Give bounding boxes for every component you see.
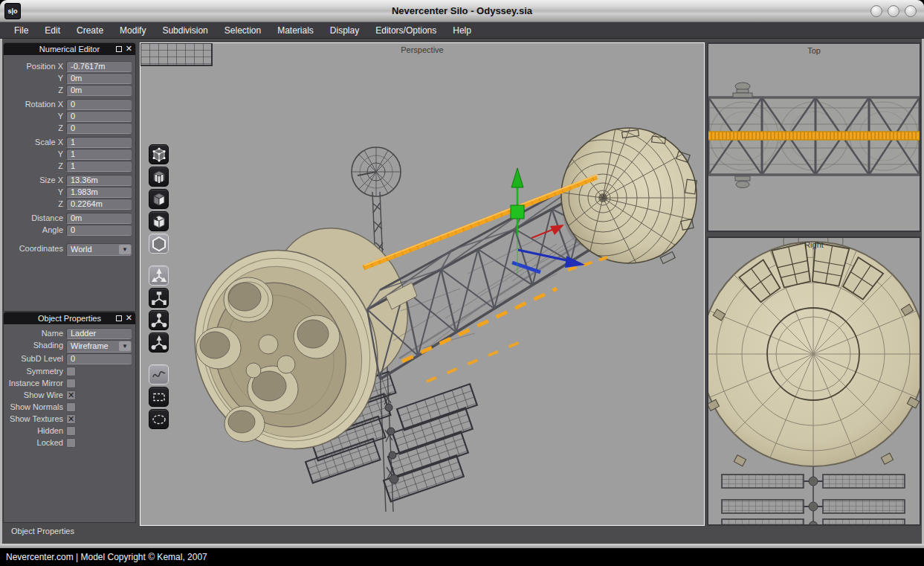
field-label: SubD Level xyxy=(4,353,63,364)
vertex-mode-button[interactable] xyxy=(149,144,169,164)
menu-help[interactable]: Help xyxy=(445,22,479,39)
window-maximize-button[interactable] xyxy=(888,5,899,17)
perspective-viewport-label: Perspective xyxy=(140,45,704,54)
field-label: Shading xyxy=(4,340,63,351)
object-mode-button[interactable] xyxy=(149,211,169,231)
angle-field[interactable]: 0 xyxy=(66,225,132,236)
rotation-z-field[interactable]: 0 xyxy=(66,123,132,134)
field-label: Distance xyxy=(4,213,63,224)
multi-select-mode-button[interactable] xyxy=(149,234,169,254)
y-axis-arrow[interactable] xyxy=(511,168,523,187)
field-label: Y xyxy=(4,111,63,122)
field-label: Hidden xyxy=(4,425,63,437)
field-label: Rotation X xyxy=(4,99,63,110)
rect-marquee-icon xyxy=(151,389,167,405)
field-label: Z xyxy=(4,161,63,172)
size-y-field[interactable]: 1.983m xyxy=(66,187,132,198)
panel-minimize-icon[interactable] xyxy=(116,315,122,321)
menu-create[interactable]: Create xyxy=(68,22,112,39)
top-view-ladder[interactable] xyxy=(708,132,920,140)
menu-editors-options[interactable]: Editors/Options xyxy=(367,22,445,39)
panel-close-icon[interactable]: ✕ xyxy=(126,314,132,322)
size-z-field[interactable]: 0.2264m xyxy=(66,199,132,210)
distance-field[interactable]: 0m xyxy=(66,213,132,224)
rotation-y-field[interactable]: 0 xyxy=(66,111,132,122)
move-tool-button[interactable] xyxy=(149,266,169,286)
perspective-viewport[interactable]: Perspective xyxy=(140,42,705,526)
position-y-field[interactable]: 0m xyxy=(66,73,132,84)
position-x-field[interactable]: -0.7617m xyxy=(66,61,132,72)
ellipse-marquee-icon xyxy=(151,411,167,428)
instance-mirror-checkbox[interactable] xyxy=(66,379,76,388)
menu-file[interactable]: File xyxy=(6,22,36,39)
window-minimize-button[interactable] xyxy=(870,5,882,17)
workspace: Numerical Editor ✕ Position X-0.7617m Y0… xyxy=(0,39,924,544)
show-normals-checkbox[interactable] xyxy=(66,402,76,412)
scale-x-field[interactable]: 1 xyxy=(66,137,132,148)
lasso-select-button[interactable] xyxy=(149,364,169,385)
subd-level-field[interactable]: 0 xyxy=(66,353,132,364)
status-bar: Object Properties xyxy=(11,527,74,536)
menu-bar: File Edit Create Modify Subdivision Sele… xyxy=(0,22,924,39)
field-label: Z xyxy=(4,85,63,96)
hidden-checkbox[interactable] xyxy=(66,426,76,436)
right-viewport[interactable]: Right xyxy=(707,237,921,526)
field-label: Z xyxy=(4,199,63,210)
title-bar[interactable]: s|o Nevercenter Silo - Odyssey.sia xyxy=(0,0,924,22)
vertex-cube-icon xyxy=(151,147,167,163)
field-label: Position X xyxy=(4,61,63,72)
field-label: Y xyxy=(4,73,63,84)
shading-dropdown[interactable]: Wireframe▼ xyxy=(66,340,132,353)
position-z-field[interactable]: 0m xyxy=(66,85,132,96)
symmetry-checkbox[interactable] xyxy=(66,367,76,376)
scale-tool-button[interactable] xyxy=(149,310,169,330)
window-title: Nevercenter Silo - Odyssey.sia xyxy=(0,5,924,16)
rect-select-button[interactable] xyxy=(149,387,169,407)
panel-title: Numerical Editor xyxy=(39,45,100,54)
menu-display[interactable]: Display xyxy=(322,22,367,39)
panel-minimize-icon[interactable] xyxy=(116,46,122,52)
menu-materials[interactable]: Materials xyxy=(269,22,322,39)
scale-y-field[interactable]: 1 xyxy=(66,149,132,160)
rotation-x-field[interactable]: 0 xyxy=(66,99,132,110)
field-label: Show Wire xyxy=(4,390,63,401)
panel-title: Object Properties xyxy=(38,314,101,323)
object-properties-header[interactable]: Object Properties ✕ xyxy=(4,312,135,324)
window-close-button[interactable] xyxy=(905,5,917,17)
numerical-editor-panel: Numerical Editor ✕ Position X-0.7617m Y0… xyxy=(3,42,136,312)
edge-mode-button[interactable] xyxy=(149,167,169,187)
coordinates-dropdown[interactable]: World▼ xyxy=(66,243,132,256)
face-cube-icon xyxy=(151,191,167,208)
field-label: Symmetry xyxy=(4,366,63,377)
locked-checkbox[interactable] xyxy=(66,438,76,448)
field-label: Name xyxy=(4,328,63,339)
field-label: Angle xyxy=(4,225,63,236)
field-label: Y xyxy=(4,149,63,160)
scale-z-field[interactable]: 1 xyxy=(66,161,132,172)
tool-column xyxy=(149,144,169,431)
show-wire-checkbox[interactable]: ✕ xyxy=(66,390,76,400)
menu-selection[interactable]: Selection xyxy=(216,22,269,39)
scale-manipulator-icon xyxy=(151,312,167,329)
show-textures-checkbox[interactable]: ✕ xyxy=(66,414,76,424)
menu-edit[interactable]: Edit xyxy=(36,22,68,39)
panel-close-icon[interactable]: ✕ xyxy=(126,45,132,53)
universal-manipulator-button[interactable] xyxy=(149,332,169,353)
manipulator-handle[interactable] xyxy=(511,205,524,219)
ellipse-select-button[interactable] xyxy=(149,409,169,429)
numerical-editor-header[interactable]: Numerical Editor ✕ xyxy=(4,43,135,55)
right-viewport-label: Right xyxy=(708,240,920,249)
universal-manipulator-icon xyxy=(151,335,167,351)
spaceship-model xyxy=(140,43,705,526)
field-label: Z xyxy=(4,123,63,134)
face-mode-button[interactable] xyxy=(149,189,169,209)
caption-bar: Nevercenter.com | Model Copyright © Kema… xyxy=(0,548,924,566)
size-x-field[interactable]: 13.36m xyxy=(66,175,132,186)
chevron-down-icon: ▼ xyxy=(119,341,131,351)
top-viewport[interactable]: Top xyxy=(707,42,921,232)
rotate-tool-button[interactable] xyxy=(149,288,169,308)
menu-subdivision[interactable]: Subdivision xyxy=(154,22,216,39)
name-field[interactable]: Ladder xyxy=(66,328,132,339)
x-axis-arrow[interactable] xyxy=(550,225,564,235)
menu-modify[interactable]: Modify xyxy=(112,22,154,39)
